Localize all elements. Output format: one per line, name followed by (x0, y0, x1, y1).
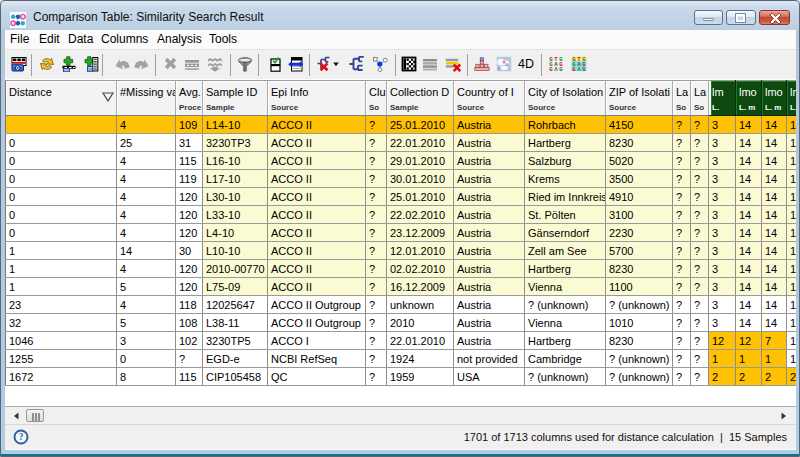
svg-text:A: A (577, 66, 581, 72)
svg-text:A: A (554, 66, 558, 72)
svg-text:G: G (582, 66, 586, 72)
svg-text:G: G (549, 66, 553, 72)
svg-text:G: G (572, 66, 576, 72)
svg-text:?: ? (19, 432, 24, 442)
svg-text:G: G (559, 66, 563, 72)
